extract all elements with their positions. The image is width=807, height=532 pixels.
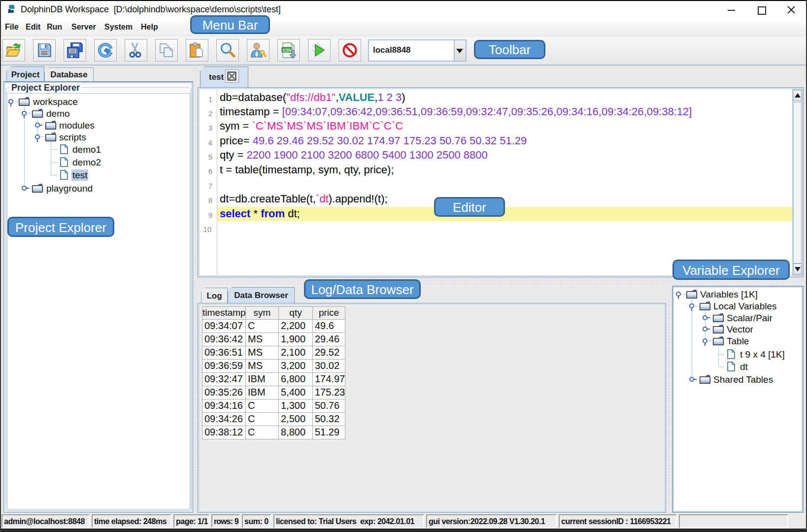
svg-text:CSV: CSV	[283, 48, 292, 53]
